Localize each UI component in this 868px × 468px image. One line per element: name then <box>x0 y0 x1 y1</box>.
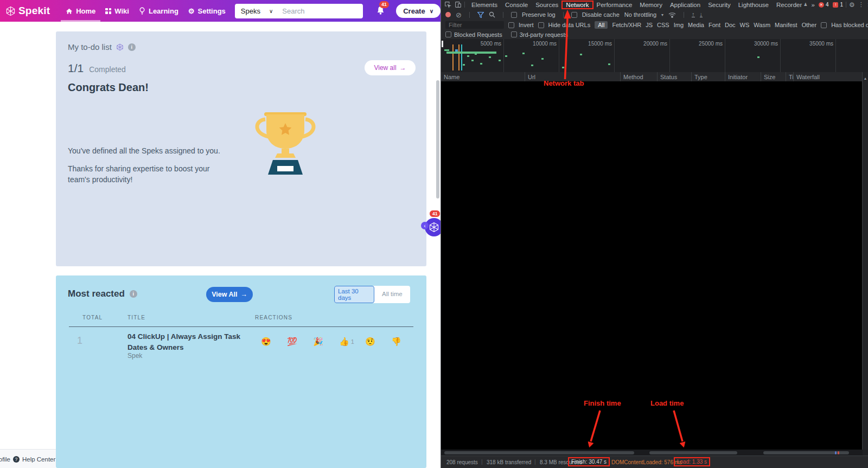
search-scope-dropdown[interactable]: Speks ∨ <box>235 4 279 18</box>
more-tabs-button[interactable]: » <box>807 2 818 8</box>
import-har-icon[interactable]: ↑ <box>692 12 695 17</box>
network-conditions-icon[interactable] <box>668 12 676 18</box>
column-header-status[interactable]: Status <box>657 72 691 81</box>
reacted-view-all-button[interactable]: View All → <box>206 287 253 302</box>
column-header-time[interactable]: Ti <box>786 72 793 81</box>
console-errors-badge[interactable]: ✕4 <box>819 2 829 8</box>
help-center-link[interactable]: Help Center <box>22 456 55 463</box>
vertical-scrollbar-thumb[interactable] <box>436 80 439 198</box>
requests-table-header: Name Url Method Status Type Initiator Si… <box>441 72 863 82</box>
devtools-settings-icon[interactable]: ⚙ <box>849 1 855 9</box>
most-reacted-card: Most reacted i View All → Last 30 days A… <box>56 275 426 468</box>
nav-wiki[interactable]: Wiki <box>100 0 134 22</box>
widget-collapse-chevron[interactable]: ‹ <box>421 222 429 229</box>
tab-last-30-days[interactable]: Last 30 days <box>334 286 374 303</box>
kebab-menu-icon[interactable]: ⋮ <box>858 1 864 8</box>
filter-chip-wasm[interactable]: Wasm <box>754 22 770 28</box>
third-party-requests-label: 3rd-party requests <box>520 31 568 38</box>
tab-security[interactable]: Security <box>704 2 735 8</box>
export-har-icon[interactable]: ↓ <box>700 12 703 17</box>
load-event-line <box>458 44 459 70</box>
filter-chip-manifest[interactable]: Manifest <box>775 22 797 28</box>
filter-chip-other[interactable]: Other <box>802 22 817 28</box>
filter-chip-all[interactable]: All <box>595 21 608 29</box>
nav-wiki-label: Wiki <box>114 7 129 15</box>
filter-chip-js[interactable]: JS <box>646 22 653 28</box>
load-event-line <box>452 44 454 70</box>
preserve-log-checkbox[interactable] <box>511 12 517 18</box>
column-header-name[interactable]: Name <box>441 72 525 81</box>
nav-home[interactable]: Home <box>61 0 100 22</box>
nav-settings[interactable]: ⚙ Settings <box>183 0 231 22</box>
search-network-icon[interactable] <box>489 11 495 18</box>
timeline-tick: 25000 ms <box>684 41 723 47</box>
filter-chip-font[interactable]: Font <box>709 22 720 28</box>
nav-learning[interactable]: Learning <box>134 0 183 22</box>
column-header-method[interactable]: Method <box>620 72 657 81</box>
column-header-type[interactable]: Type <box>691 72 725 81</box>
disable-cache-checkbox[interactable] <box>571 12 577 18</box>
reaction-party[interactable]: 🎉 <box>313 337 339 347</box>
third-party-requests-checkbox[interactable] <box>511 31 517 37</box>
devtools-vertical-scrollbar[interactable]: ▲ <box>862 72 868 450</box>
transferred-size: 318 kB transferred <box>487 459 531 465</box>
has-blocked-cookies-checkbox[interactable] <box>821 22 827 28</box>
timeline-drag-handle[interactable] <box>442 41 443 47</box>
filter-chip-doc[interactable]: Doc <box>725 22 736 28</box>
divider <box>684 12 684 18</box>
column-header-reactions: REACTIONS <box>255 315 292 320</box>
filter-chip-css[interactable]: CSS <box>657 22 669 28</box>
filter-chip-media[interactable]: Media <box>688 22 704 28</box>
network-overview-timeline[interactable]: 5000 ms 10000 ms 15000 ms 20000 ms 25000… <box>441 39 868 73</box>
dcl-event-line <box>461 44 462 70</box>
network-filter-bar: Invert Hide data URLs All Fetch/XHR JS C… <box>441 20 868 30</box>
blocked-requests-checkbox[interactable] <box>445 31 451 37</box>
reaction-thumbs-down[interactable]: 👎 <box>391 337 417 347</box>
tab-recorder[interactable]: Recorder <box>773 2 806 8</box>
notifications-bell[interactable]: 41 <box>376 5 385 16</box>
tab-network[interactable]: Network <box>562 1 592 9</box>
home-icon <box>66 8 73 15</box>
filter-chip-fetch-xhr[interactable]: Fetch/XHR <box>612 22 641 28</box>
search-input[interactable] <box>279 7 363 15</box>
scroll-up-arrow-icon[interactable]: ▲ <box>864 76 867 80</box>
tab-elements[interactable]: Elements <box>468 2 501 8</box>
tab-sources[interactable]: Sources <box>532 2 562 8</box>
info-icon[interactable]: i <box>130 290 137 298</box>
filter-chip-img[interactable]: Img <box>674 22 684 28</box>
filter-funnel-icon[interactable] <box>477 12 484 18</box>
record-network-log-button[interactable] <box>445 12 451 17</box>
filter-chip-ws[interactable]: WS <box>740 22 750 28</box>
issues-badge[interactable]: !1 <box>833 2 843 8</box>
reaction-heart-eyes[interactable]: 😍 <box>261 337 287 347</box>
invert-checkbox[interactable] <box>508 22 514 28</box>
tab-application[interactable]: Application <box>666 2 704 8</box>
column-header-waterfall[interactable]: Waterfall <box>793 72 863 81</box>
reaction-thumbs-up[interactable]: 👍1 <box>339 337 365 347</box>
todo-view-all-button[interactable]: View all → <box>365 60 416 75</box>
info-icon[interactable]: i <box>128 43 136 51</box>
tab-all-time[interactable]: All time <box>374 286 410 302</box>
network-filter-input[interactable] <box>445 21 504 29</box>
timeline-tick: 5000 ms <box>462 41 501 47</box>
annotation-load-time-label: Load time <box>650 399 684 407</box>
create-button[interactable]: Create ∨ <box>396 4 441 18</box>
tab-lighthouse[interactable]: Lighthouse <box>735 2 773 8</box>
clear-network-log-icon[interactable]: ⊘ <box>456 11 462 19</box>
tab-memory[interactable]: Memory <box>636 2 666 8</box>
tab-console[interactable]: Console <box>501 2 532 8</box>
timeline-tick: 30000 ms <box>739 41 778 47</box>
inspect-element-icon[interactable] <box>444 1 451 8</box>
reaction-raised-eyebrow[interactable]: 🤨 <box>365 337 391 347</box>
hide-data-urls-checkbox[interactable] <box>538 22 544 28</box>
spekit-logo[interactable]: Spekit <box>5 5 50 17</box>
throttling-select[interactable]: No throttling <box>624 11 656 18</box>
timeline-tick: 15000 ms <box>573 41 612 47</box>
reaction-100[interactable]: 💯 <box>287 337 313 347</box>
tab-performance[interactable]: Performance <box>593 2 636 8</box>
profile-link[interactable]: rofile <box>0 456 10 463</box>
column-header-initiator[interactable]: Initiator <box>725 72 761 81</box>
column-header-size[interactable]: Size <box>761 72 786 81</box>
device-toolbar-icon[interactable] <box>455 1 462 8</box>
requests-table-body[interactable] <box>441 81 863 450</box>
